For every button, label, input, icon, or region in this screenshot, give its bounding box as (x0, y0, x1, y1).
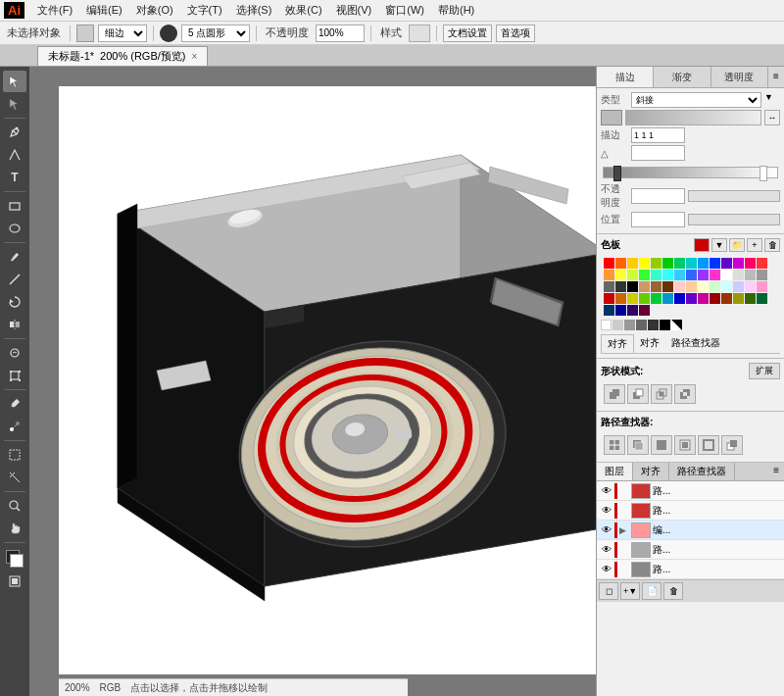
selection-tool[interactable] (3, 71, 26, 92)
tab-distribute[interactable]: 对齐 (634, 334, 665, 353)
trim-icon[interactable] (627, 435, 649, 455)
ellipse-tool[interactable] (3, 218, 26, 239)
darker-gray-swatch[interactable] (648, 320, 659, 330)
make-clip-mask-btn[interactable]: ◻ (599, 582, 618, 600)
layer-item-3[interactable]: 👁 ▶ 编... (597, 521, 784, 540)
position-input[interactable] (631, 212, 685, 227)
opacity-input[interactable] (316, 25, 365, 42)
color-swatch[interactable] (615, 305, 626, 316)
dark-gray-swatch[interactable] (636, 320, 647, 330)
color-swatch[interactable] (604, 281, 614, 292)
color-swatch[interactable] (662, 281, 673, 292)
color-swatch[interactable] (710, 258, 720, 269)
gradient-stop-right[interactable] (760, 166, 767, 181)
menu-file[interactable]: 文件(F) (30, 1, 79, 20)
stroke-color-swatch[interactable] (76, 25, 94, 42)
gradient-stop-left[interactable] (613, 166, 621, 181)
layers-tab[interactable]: 图层 (597, 463, 633, 480)
swatch-menu-btn[interactable]: ▼ (711, 238, 727, 252)
swatch-red-btn[interactable] (694, 238, 710, 252)
color-swatch[interactable] (651, 281, 662, 292)
color-swatch[interactable] (745, 281, 756, 292)
none-swatch[interactable] (671, 320, 682, 330)
opacity-input-rp[interactable] (631, 188, 685, 204)
screen-mode-tool[interactable] (3, 571, 26, 592)
delete-layer-btn[interactable]: 🗑 (663, 582, 683, 600)
color-swatch[interactable] (757, 281, 767, 292)
tab-pathfinder[interactable]: 路径查找器 (665, 334, 726, 353)
menu-object[interactable]: 对象(O) (129, 1, 180, 20)
edge-input[interactable] (631, 127, 685, 143)
doc-settings-button[interactable]: 文档设置 (443, 25, 492, 42)
color-swatch[interactable] (698, 270, 709, 280)
layer-eye-2[interactable]: 👁 (599, 503, 614, 519)
color-swatch[interactable] (686, 281, 697, 292)
color-swatch[interactable] (757, 270, 767, 280)
color-swatch[interactable] (698, 293, 709, 304)
color-swatch[interactable] (733, 270, 744, 280)
panel-options-btn[interactable]: ≡ (768, 67, 784, 87)
layer-item-1[interactable]: 👁 路... (597, 481, 784, 501)
fill-stroke-colors[interactable] (4, 548, 25, 570)
color-swatch[interactable] (745, 270, 756, 280)
menu-text[interactable]: 文字(T) (180, 1, 229, 20)
color-swatch[interactable] (674, 258, 685, 269)
color-swatch[interactable] (733, 258, 744, 269)
layers-menu-btn[interactable]: ≡ (768, 463, 784, 480)
pen-tool[interactable] (3, 122, 26, 143)
color-swatch[interactable] (745, 293, 756, 304)
menu-select[interactable]: 选择(S) (229, 1, 279, 20)
color-swatch[interactable] (627, 258, 638, 269)
color-swatch[interactable] (615, 270, 626, 280)
hand-tool[interactable] (3, 518, 26, 539)
swatch-new-btn[interactable]: + (747, 238, 762, 252)
black-swatch[interactable] (660, 320, 670, 330)
divide-icon[interactable] (604, 435, 625, 455)
stroke-type-select[interactable]: 斜接 (631, 92, 761, 108)
canvas-area[interactable]: 200% RGB 点击以选择，点击并拖移以绘制 (29, 67, 596, 696)
right-scroll-content[interactable]: 描边 渐变 透明度 ≡ 类型 斜接 ▼ ↔ (597, 67, 784, 696)
menu-view[interactable]: 视图(V) (329, 1, 379, 20)
crop-icon[interactable] (674, 435, 696, 455)
free-transform-tool[interactable] (3, 365, 26, 386)
layer-eye-3[interactable]: 👁 (599, 522, 614, 538)
color-swatch[interactable] (639, 281, 650, 292)
color-swatch[interactable] (615, 293, 626, 304)
color-swatch[interactable] (721, 281, 732, 292)
align-tab[interactable]: 对齐 (633, 463, 669, 480)
color-swatch[interactable] (662, 270, 673, 280)
angle-input[interactable]: -57.2° (631, 145, 685, 161)
color-swatch[interactable] (757, 258, 767, 269)
color-swatch[interactable] (651, 270, 662, 280)
rectangle-tool[interactable] (3, 195, 26, 217)
gray-swatch[interactable] (612, 320, 623, 330)
tab-transparency[interactable]: 透明度 (711, 67, 768, 87)
position-slider[interactable] (688, 214, 780, 225)
swatch-delete-btn[interactable]: 🗑 (764, 238, 780, 252)
layer-eye-1[interactable]: 👁 (599, 483, 614, 499)
swatch-folder-btn[interactable]: 📁 (729, 238, 745, 252)
white-swatch[interactable] (601, 320, 612, 330)
opacity-slider[interactable] (688, 190, 780, 202)
color-swatch[interactable] (674, 281, 685, 292)
outline-icon[interactable] (698, 435, 719, 455)
color-swatch[interactable] (674, 293, 685, 304)
document-tab[interactable]: 未标题-1* 200% (RGB/预览) × (37, 46, 208, 66)
color-swatch[interactable] (674, 270, 685, 280)
artboard-tool[interactable] (3, 444, 26, 466)
unite-icon[interactable] (604, 384, 625, 404)
color-swatch[interactable] (627, 305, 638, 316)
minus-back-icon[interactable] (721, 435, 743, 455)
new-sublayer-btn[interactable]: +▼ (620, 582, 640, 600)
color-swatch[interactable] (698, 258, 709, 269)
gradient-slider-track[interactable] (603, 167, 778, 178)
layer-item-5[interactable]: 👁 路... (597, 560, 784, 579)
color-swatch[interactable] (686, 270, 697, 280)
color-swatch[interactable] (604, 258, 614, 269)
direct-selection-tool[interactable] (3, 93, 26, 115)
color-swatch[interactable] (710, 281, 720, 292)
color-swatch[interactable] (627, 281, 638, 292)
layer-item-2[interactable]: 👁 路... (597, 501, 784, 521)
color-swatch[interactable] (604, 305, 614, 316)
layer-eye-4[interactable]: 👁 (599, 542, 614, 558)
